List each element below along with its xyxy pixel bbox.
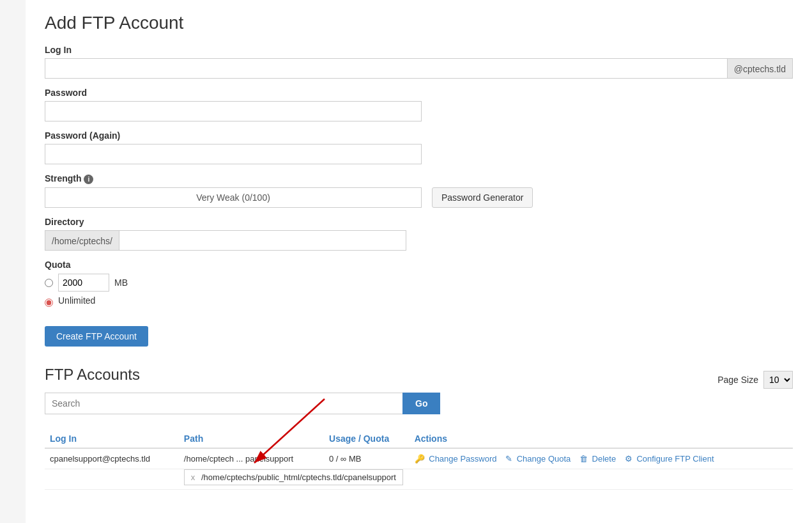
tooltip-container: x /home/cptechs/public_html/cptechs.tld/…: [184, 469, 403, 485]
password-again-group: Password (Again): [45, 130, 793, 164]
ftp-accounts-title: FTP Accounts: [45, 366, 793, 384]
table-row: cpanelsupport@cptechs.tld /home/cptech .…: [45, 448, 793, 469]
search-bar-row: Go Page Size 10 25 50: [45, 393, 793, 423]
change-quota-link[interactable]: ✎ Change Quota: [505, 454, 573, 464]
strength-group: Strength i Very Weak (0/100) Password Ge…: [45, 173, 793, 208]
directory-group: Directory /home/cptechs/: [45, 217, 793, 251]
password-label: Password: [45, 88, 793, 98]
gear-icon: ⚙: [625, 454, 632, 464]
configure-ftp-link[interactable]: ⚙ Configure FTP Client: [625, 454, 714, 464]
ftp-table-header: Log In Path Usage / Quota Actions: [45, 430, 793, 448]
password-again-label: Password (Again): [45, 130, 793, 141]
path-tooltip-box: x /home/cptechs/public_html/cptechs.tld/…: [184, 469, 403, 485]
change-password-link[interactable]: 🔑 Change Password: [415, 454, 499, 464]
ftp-table: Log In Path Usage / Quota Actions cpanel…: [45, 430, 793, 490]
password-input[interactable]: [45, 101, 422, 121]
domain-suffix: @cptechs.tld: [727, 58, 793, 79]
delete-link[interactable]: 🗑 Delete: [579, 454, 618, 464]
page-size-row: Page Size 10 25 50: [717, 371, 793, 389]
quota-value-input[interactable]: [58, 274, 109, 292]
directory-row: /home/cptechs/: [45, 230, 793, 251]
col-login: Log In: [45, 430, 179, 448]
password-group: Password: [45, 88, 793, 121]
quota-label: Quota: [45, 260, 793, 270]
directory-label: Directory: [45, 217, 793, 227]
page-size-label: Page Size: [717, 375, 758, 385]
strength-row: Very Weak (0/100) Password Generator: [45, 187, 793, 208]
cell-path: /home/cptech ... panelsupport: [179, 448, 324, 469]
password-again-input[interactable]: [45, 144, 422, 164]
cell-login: cpanelsupport@cptechs.tld: [45, 448, 179, 469]
trash-icon: 🗑: [579, 454, 588, 464]
directory-input[interactable]: [119, 230, 406, 251]
path-tooltip-row: x /home/cptechs/public_html/cptechs.tld/…: [45, 469, 793, 490]
quota-section: Quota MB Unlimited: [45, 260, 793, 309]
quota-limited-radio[interactable]: [45, 279, 53, 287]
quota-unlimited-radio[interactable]: [45, 299, 53, 307]
quota-limited-row: MB: [45, 274, 793, 292]
login-input-group: @cptechs.tld: [45, 58, 793, 79]
path-tooltip-cell: x /home/cptechs/public_html/cptechs.tld/…: [179, 469, 793, 490]
col-path: Path: [179, 430, 324, 448]
strength-bar: Very Weak (0/100): [45, 187, 422, 208]
search-row: Go: [45, 393, 440, 414]
ftp-accounts-section: FTP Accounts Go Page Size 10 25 50 Log I…: [45, 366, 793, 490]
cell-usage: 0 / ∞ MB: [324, 448, 410, 469]
ftp-table-body: cpanelsupport@cptechs.tld /home/cptech .…: [45, 448, 793, 490]
col-actions: Actions: [410, 430, 793, 448]
page-title: Add FTP Account: [45, 13, 793, 33]
cell-actions: 🔑 Change Password ✎ Change Quota 🗑 Delet…: [410, 448, 793, 469]
password-generator-button[interactable]: Password Generator: [432, 187, 533, 208]
strength-value: Very Weak (0/100): [196, 192, 270, 203]
login-label: Log In: [45, 45, 793, 55]
go-button[interactable]: Go: [402, 393, 440, 414]
col-usage: Usage / Quota: [324, 430, 410, 448]
tooltip-path: /home/cptechs/public_html/cptechs.tld/cp…: [201, 472, 396, 482]
quota-unlimited-row: Unlimited: [45, 295, 793, 309]
strength-info-icon[interactable]: i: [84, 175, 93, 184]
login-group: Log In @cptechs.tld: [45, 45, 793, 79]
create-ftp-account-button[interactable]: Create FTP Account: [45, 326, 148, 347]
directory-prefix: /home/cptechs/: [45, 230, 119, 251]
pencil-icon: ✎: [505, 454, 512, 464]
search-input[interactable]: [45, 393, 402, 414]
login-input[interactable]: [45, 58, 727, 79]
tooltip-close[interactable]: x: [191, 472, 195, 482]
page-size-select[interactable]: 10 25 50: [763, 371, 793, 389]
key-icon: 🔑: [415, 454, 425, 464]
unlimited-label: Unlimited: [58, 295, 95, 306]
strength-label: Strength i: [45, 173, 793, 184]
quota-unit: MB: [114, 277, 128, 288]
